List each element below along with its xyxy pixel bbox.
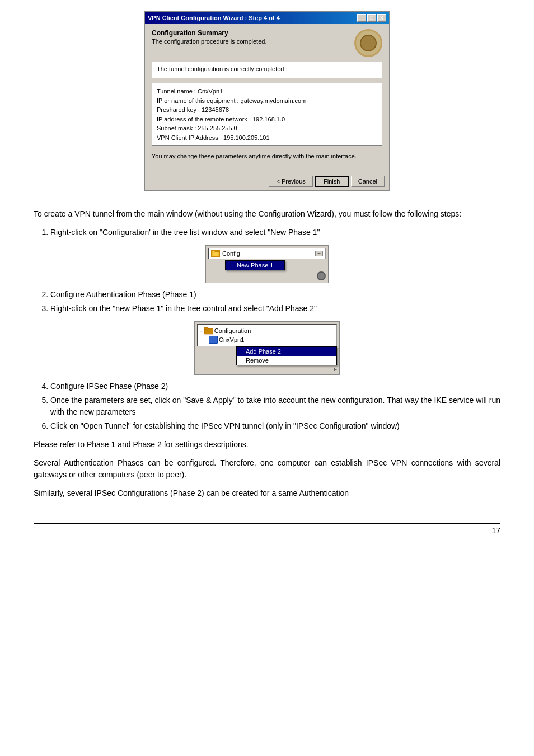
config-line-1: Tunnel name : CnxVpn1 <box>157 87 377 96</box>
scr1-bottom <box>208 271 326 280</box>
config-folder-icon <box>211 250 220 257</box>
scr2-footer-text: F <box>334 367 338 372</box>
config-line-5: Subnet mask : 255.255.255.0 <box>157 124 377 133</box>
steps-list-3: Configure IPSec Phase (Phase 2) Once the… <box>50 381 500 432</box>
scr2-tree-panel: − Configuration CnxVpn1 <box>197 324 337 346</box>
step-1: Right-click on "Configuration' in the tr… <box>50 227 500 238</box>
scr2-root-row: − Configuration <box>200 327 334 335</box>
add-phase2-item[interactable]: Add Phase 2 <box>237 347 336 356</box>
new-phase1-menu-item[interactable]: New Phase 1 <box>226 261 284 270</box>
dialog-footer: < Previous Finish Cancel <box>145 172 389 190</box>
intro-paragraph: To create a VPN tunnel from the main win… <box>34 208 500 220</box>
config-line-3: Preshared key : 12345678 <box>157 105 377 115</box>
config-line-6: VPN Client IP Address : 195.100.205.101 <box>157 133 377 143</box>
scroll-indicator: ─ <box>315 251 323 256</box>
dialog-body: Configuration Summary The configuration … <box>145 24 389 172</box>
scr2-context-menu: Add Phase 2 Remove <box>236 346 337 365</box>
config-line-4: IP address of the remote network : 192.1… <box>157 115 377 124</box>
lock-icon <box>317 271 326 280</box>
screenshot-2-container: − Configuration CnxVpn1 Add Phase 2 Remo… <box>34 321 500 375</box>
step-5: Once the parameters are set, click on "S… <box>50 395 500 418</box>
remove-item[interactable]: Remove <box>237 356 336 365</box>
finish-button[interactable]: Finish <box>315 176 349 187</box>
note-text: You may change these parameters anytime … <box>152 151 382 162</box>
vpn-icon <box>354 29 382 57</box>
step-2: Configure Authentication Phase (Phase 1) <box>50 289 500 300</box>
page-number: 17 <box>491 526 500 535</box>
minimize-button[interactable]: _ <box>357 14 366 22</box>
scr1-tree-area: Config ─ <box>208 248 326 259</box>
step-3: Right-click on the "new Phase 1" in the … <box>50 303 500 314</box>
header-text: Configuration Summary The configuration … <box>152 29 354 49</box>
scr1-context-menu: New Phase 1 <box>225 260 326 270</box>
main-content: To create a VPN tunnel from the main win… <box>34 208 500 511</box>
screenshot-1-container: Config ─ New Phase 1 <box>34 245 500 283</box>
root-folder-icon <box>204 327 213 335</box>
context-menu-box: New Phase 1 <box>225 260 285 270</box>
svg-rect-1 <box>212 251 215 252</box>
screenshot-1: Config ─ New Phase 1 <box>205 245 329 283</box>
tunnel-status-text: The tunnel configuration is correctly co… <box>157 65 377 72</box>
para-3: Several Authentication Phases can be con… <box>34 457 500 481</box>
steps-list-2: Configure Authentication Phase (Phase 1)… <box>50 289 500 314</box>
scr2-child-row: CnxVpn1 <box>209 336 334 344</box>
page-footer: 17 <box>34 523 500 535</box>
dialog-title: VPN Client Configuration Wizard : Step 4… <box>148 15 280 21</box>
config-line-2: IP or name of this equipment : gateway.m… <box>157 96 377 106</box>
header-area: Configuration Summary The configuration … <box>152 29 382 57</box>
scr2-menu-box: Add Phase 2 Remove <box>236 346 337 365</box>
screenshot-2: − Configuration CnxVpn1 Add Phase 2 Remo… <box>194 321 340 375</box>
config-node-label: Config <box>222 250 240 257</box>
child-label: CnxVpn1 <box>219 336 244 343</box>
dialog-titlebar: VPN Client Configuration Wizard : Step 4… <box>145 12 389 24</box>
root-label: Configuration <box>214 327 251 334</box>
config-details-box: Tunnel name : CnxVpn1 IP or name of this… <box>152 83 382 146</box>
vpn-icon-inner <box>360 35 377 51</box>
close-button[interactable]: X <box>377 14 386 22</box>
scr2-bottom: F <box>197 367 337 372</box>
para-4: Similarly, several IPSec Configurations … <box>34 487 500 499</box>
svg-rect-3 <box>204 327 208 330</box>
section-subtitle: The configuration procedure is completed… <box>152 38 354 45</box>
tunnel-status-box: The tunnel configuration is correctly co… <box>152 62 382 78</box>
step-6: Click on "Open Tunnel" for establishing … <box>50 420 500 432</box>
titlebar-controls: _ □ X <box>357 14 386 22</box>
steps-list: Right-click on "Configuration' in the tr… <box>50 227 500 238</box>
minus-expand: − <box>200 328 203 334</box>
vpn-node-icon <box>209 336 218 344</box>
para-2: Please refer to Phase 1 and Phase 2 for … <box>34 439 500 450</box>
cancel-button[interactable]: Cancel <box>351 176 385 187</box>
previous-button[interactable]: < Previous <box>269 176 312 187</box>
wizard-dialog: VPN Client Configuration Wizard : Step 4… <box>144 11 390 191</box>
step-4: Configure IPSec Phase (Phase 2) <box>50 381 500 392</box>
section-title: Configuration Summary <box>152 29 354 37</box>
maximize-button[interactable]: □ <box>367 14 376 22</box>
